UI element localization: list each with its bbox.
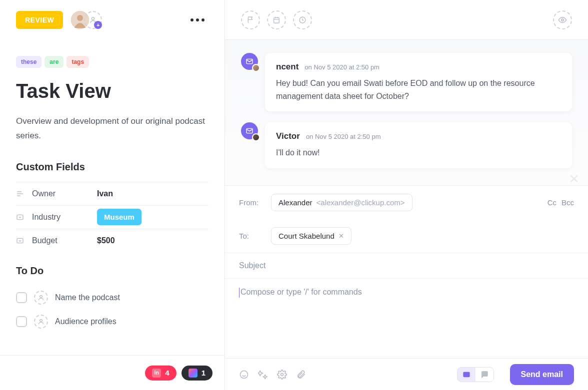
- field-value: Museum: [97, 209, 142, 225]
- invision-chip[interactable]: in 4: [145, 366, 176, 381]
- to-name: Court Skabelund: [278, 232, 334, 240]
- watchers-button[interactable]: [553, 10, 572, 29]
- todo-item[interactable]: Audience profiles: [16, 310, 208, 334]
- svg-point-13: [281, 373, 284, 376]
- tag[interactable]: tags: [66, 56, 89, 68]
- dropdown-field-icon: [16, 213, 25, 221]
- svg-point-1: [77, 15, 83, 21]
- custom-fields-heading: Custom Fields: [16, 161, 208, 173]
- priority-button[interactable]: [241, 10, 260, 29]
- settings-button[interactable]: [277, 370, 287, 380]
- todo-item[interactable]: Name the podcast: [16, 286, 208, 310]
- message-avatar: [241, 122, 258, 139]
- comment-mode-icon[interactable]: [476, 368, 494, 382]
- send-email-button[interactable]: Send email: [510, 364, 574, 385]
- message-card[interactable]: ncent on Nov 5 2020 at 2:50 pm Hey bud! …: [265, 53, 572, 111]
- compose-body[interactable]: Compose or type '/' for commands: [225, 279, 588, 358]
- message-body: Hey bud! Can you email Swati before EOD …: [276, 77, 561, 102]
- body-placeholder: Compose or type '/' for commands: [240, 288, 362, 296]
- text-field-icon: [16, 190, 25, 198]
- custom-field-industry[interactable]: Industry Museum: [16, 205, 208, 229]
- todo-heading: To Do: [16, 265, 208, 277]
- ai-button[interactable]: [258, 370, 268, 380]
- custom-field-owner[interactable]: Owner Ivan: [16, 182, 208, 205]
- message-avatar: [241, 53, 258, 70]
- close-compose-button[interactable]: ×: [569, 169, 579, 188]
- field-label: Industry: [32, 213, 97, 222]
- custom-field-budget[interactable]: Budget $500: [16, 229, 208, 252]
- plus-icon: +: [94, 21, 102, 29]
- field-label: Budget: [32, 236, 97, 245]
- invision-icon: in: [152, 369, 161, 378]
- dropdown-field-icon: [16, 237, 25, 245]
- from-token[interactable]: Alexander <alexander@clickup.com>: [271, 194, 412, 211]
- message-body: I'll do it now!: [276, 146, 561, 159]
- chip-count: 4: [165, 369, 169, 377]
- tag[interactable]: these: [16, 56, 42, 68]
- add-assignee-button[interactable]: +: [84, 11, 102, 29]
- message-author: Victor: [276, 131, 300, 141]
- svg-rect-7: [274, 17, 280, 23]
- mode-toggle[interactable]: [457, 367, 494, 382]
- cc-button[interactable]: Cc: [548, 198, 556, 207]
- task-description[interactable]: Overview and development of our original…: [16, 114, 208, 143]
- field-value: Ivan: [97, 189, 113, 198]
- figma-chip[interactable]: 1: [182, 366, 212, 381]
- field-value: $500: [97, 236, 115, 245]
- svg-point-9: [562, 18, 564, 21]
- time-button[interactable]: [293, 10, 312, 29]
- date-button[interactable]: [267, 10, 286, 29]
- chip-count: 1: [202, 369, 206, 377]
- remove-recipient-icon[interactable]: ✕: [338, 232, 344, 240]
- status-pill[interactable]: REVIEW: [16, 11, 63, 29]
- message-card[interactable]: Victor on Nov 5 2020 at 2:50 pm I'll do …: [265, 122, 572, 168]
- message-author: ncent: [276, 62, 298, 72]
- task-title[interactable]: Task View: [16, 80, 208, 102]
- svg-point-5: [40, 295, 42, 298]
- more-menu-button[interactable]: [186, 14, 208, 25]
- todo-text: Name the podcast: [55, 293, 120, 302]
- message-timestamp: on Nov 5 2020 at 2:50 pm: [306, 133, 381, 140]
- email-mode-icon[interactable]: [458, 368, 476, 382]
- from-label: From:: [239, 198, 264, 207]
- svg-rect-3: [17, 215, 23, 219]
- svg-point-12: [240, 371, 248, 378]
- svg-point-2: [92, 17, 94, 20]
- figma-icon: [188, 369, 198, 378]
- message-timestamp: on Nov 5 2020 at 2:50 pm: [304, 63, 380, 71]
- field-label: Owner: [32, 189, 97, 198]
- from-email: <alexander@clickup.com>: [316, 198, 405, 207]
- to-token[interactable]: Court Skabelund ✕: [271, 227, 352, 245]
- svg-rect-4: [17, 238, 23, 243]
- assign-todo-button[interactable]: [34, 315, 48, 329]
- checkbox[interactable]: [16, 292, 27, 303]
- from-name: Alexander: [278, 198, 312, 207]
- emoji-button[interactable]: [239, 370, 249, 380]
- to-label: To:: [239, 232, 264, 240]
- tag[interactable]: are: [44, 56, 64, 68]
- svg-point-6: [40, 319, 42, 322]
- attachment-button[interactable]: [296, 370, 306, 380]
- todo-text: Audience profiles: [55, 317, 116, 326]
- subject-input[interactable]: [239, 261, 574, 270]
- checkbox[interactable]: [16, 316, 27, 327]
- assign-todo-button[interactable]: [34, 291, 48, 305]
- bcc-button[interactable]: Bcc: [562, 198, 574, 207]
